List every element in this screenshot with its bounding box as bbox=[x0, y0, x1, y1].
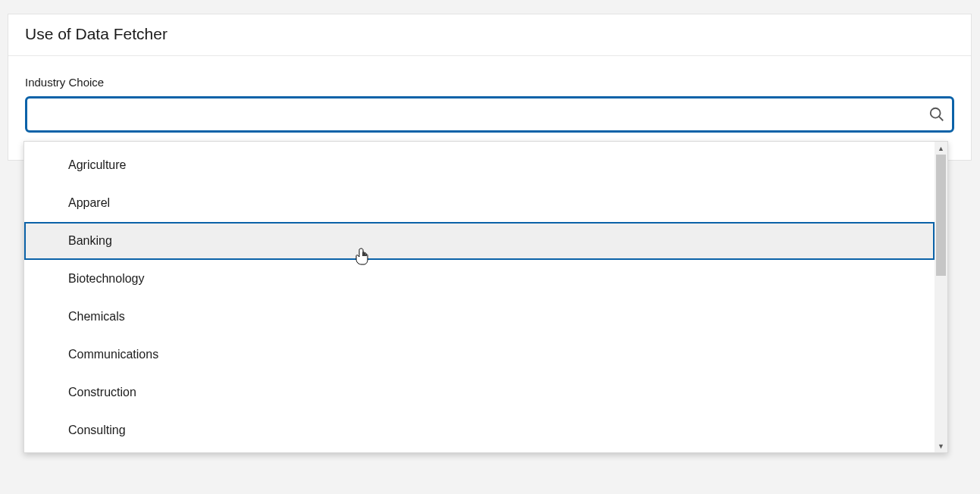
industry-choice-input[interactable] bbox=[25, 96, 954, 133]
dropdown-item-communications[interactable]: Communications bbox=[24, 336, 935, 374]
svg-point-0 bbox=[931, 108, 941, 118]
dropdown-item-banking[interactable]: Banking bbox=[24, 222, 935, 260]
dropdown-item-label: Agriculture bbox=[68, 158, 126, 172]
dropdown-item-agriculture[interactable]: Agriculture bbox=[24, 146, 935, 184]
scroll-up-arrow-icon[interactable]: ▲ bbox=[935, 142, 947, 155]
card-header: Use of Data Fetcher bbox=[8, 14, 971, 56]
dropdown-item-label: Chemicals bbox=[68, 310, 125, 324]
dropdown-item-construction[interactable]: Construction bbox=[24, 374, 935, 411]
dropdown-item-apparel[interactable]: Apparel bbox=[24, 184, 935, 222]
search-icon[interactable] bbox=[927, 105, 947, 124]
dropdown-item-label: Communications bbox=[68, 348, 158, 361]
dropdown-item-biotechnology[interactable]: Biotechnology bbox=[24, 260, 935, 298]
data-fetcher-card: Use of Data Fetcher Industry Choice bbox=[8, 14, 972, 161]
dropdown-scrollbar[interactable]: ▲ ▼ bbox=[935, 142, 947, 452]
industry-choice-dropdown: AgricultureApparelBankingBiotechnologyCh… bbox=[23, 141, 948, 453]
dropdown-item-chemicals[interactable]: Chemicals bbox=[24, 298, 935, 336]
dropdown-item-label: Apparel bbox=[68, 196, 110, 210]
card-title: Use of Data Fetcher bbox=[25, 25, 954, 43]
svg-line-1 bbox=[939, 117, 943, 120]
dropdown-list: AgricultureApparelBankingBiotechnologyCh… bbox=[24, 142, 935, 452]
dropdown-item-label: Consulting bbox=[68, 424, 126, 437]
dropdown-item-label: Banking bbox=[68, 234, 112, 248]
scroll-thumb[interactable] bbox=[936, 155, 946, 276]
dropdown-item-label: Biotechnology bbox=[68, 272, 145, 286]
dropdown-item-label: Construction bbox=[68, 386, 136, 399]
scroll-down-arrow-icon[interactable]: ▼ bbox=[935, 439, 947, 452]
dropdown-item-consulting[interactable]: Consulting bbox=[24, 411, 935, 449]
industry-choice-lookup bbox=[25, 96, 954, 133]
industry-choice-label: Industry Choice bbox=[25, 76, 954, 89]
